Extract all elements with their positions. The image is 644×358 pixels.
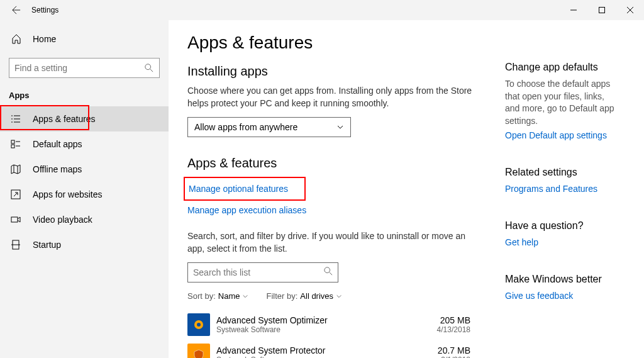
sidebar-item-label: Apps for websites [33,189,103,199]
svg-line-21 [330,272,332,275]
sidebar-item-label: Default apps [33,139,82,149]
home-button[interactable]: Home [0,26,169,52]
sort-dropdown[interactable]: Sort by: Name [187,291,248,301]
feedback-link[interactable]: Give us feedback [505,291,573,301]
maximize-icon [599,7,605,13]
sidebar-item-video-playback[interactable]: Video playback [0,207,169,232]
sidebar-item-label: Video playback [33,215,92,225]
open-icon [10,189,21,199]
sidebar-item-label: Apps & features [33,114,96,124]
installing-heading: Installing apps [187,64,483,79]
app-list-search[interactable] [187,262,338,282]
manage-optional-link[interactable]: Manage optional features [189,184,288,194]
app-publisher: Systweak Software [216,355,438,358]
installing-text: Choose where you can get apps from. Inst… [187,85,483,109]
search-icon [324,267,333,278]
arrow-left-icon [12,6,21,14]
startup-icon [10,240,21,250]
window-title: Settings [31,6,58,14]
app-date: 3/1/2018 [438,355,470,358]
search-field[interactable] [14,63,144,73]
feedback-heading: Make Windows better [505,274,619,285]
app-list-item[interactable]: Advanced System Optimizer Systweak Softw… [187,310,483,340]
svg-point-23 [197,323,201,327]
defaults-heading: Change app defaults [505,62,619,73]
filter-dropdown[interactable]: Filter by: All drives [266,291,342,301]
sidebar-item-label: Startup [33,240,61,250]
section-label: Apps [0,87,169,106]
app-size: 205 MB [437,315,470,325]
sidebar-item-apps-features[interactable]: Apps & features [0,106,169,131]
home-icon [11,34,21,44]
open-default-apps-link[interactable]: Open Default app settings [505,130,607,140]
svg-rect-12 [11,140,14,143]
get-help-link[interactable]: Get help [505,237,538,247]
related-heading: Related settings [505,167,619,178]
page-title: Apps & features [187,33,483,53]
app-publisher: Systweak Software [216,325,437,334]
app-size: 20.7 MB [438,345,470,355]
list-icon [10,114,21,124]
sidebar-item-apps-websites[interactable]: Apps for websites [0,182,169,207]
close-icon [627,7,633,13]
svg-line-5 [150,69,153,72]
help-heading: Have a question? [505,220,619,232]
app-name: Advanced System Protector [216,345,438,355]
features-heading: Apps & features [187,156,483,171]
sidebar-item-startup[interactable]: Startup [0,232,169,257]
back-button[interactable] [6,0,26,20]
video-icon [10,215,21,225]
app-list-item[interactable]: Advanced System Protector Systweak Softw… [187,340,483,358]
titlebar: Settings [0,0,644,20]
app-source-dropdown[interactable]: Allow apps from anywhere [187,117,351,137]
search-input[interactable] [9,58,160,78]
defaults-text: To choose the default apps that open you… [505,78,619,127]
chevron-down-icon [242,293,248,299]
sidebar: Home Apps Apps & features Default apps O… [0,20,169,358]
defaults-icon [10,139,21,149]
minimize-button[interactable] [559,0,587,20]
side-panel: Change app defaults To choose the defaul… [483,33,619,358]
svg-rect-1 [599,8,604,13]
manage-aliases-link[interactable]: Manage app execution aliases [187,205,306,215]
map-icon [10,164,21,174]
highlight-marker: Manage optional features [184,177,306,201]
close-button[interactable] [616,0,644,20]
search-hint: Search, sort, and filter by drive. If yo… [187,230,483,255]
svg-rect-13 [11,145,14,148]
sidebar-item-label: Offline maps [33,164,82,174]
svg-point-20 [325,267,330,273]
search-icon [144,64,154,72]
svg-point-4 [145,64,151,70]
app-name: Advanced System Optimizer [216,315,437,325]
app-icon [187,344,210,358]
minimize-icon [570,7,577,13]
content: Apps & features Installing apps Choose w… [169,20,644,358]
chevron-down-icon [336,123,344,131]
app-icon [187,313,210,336]
app-list-search-field[interactable] [193,267,324,277]
home-label: Home [33,34,56,44]
programs-features-link[interactable]: Programs and Features [505,184,597,194]
svg-rect-17 [11,217,18,222]
sort-filter-row: Sort by: Name Filter by: All drives [187,291,483,301]
sidebar-item-offline-maps[interactable]: Offline maps [0,157,169,182]
app-date: 4/13/2018 [437,325,470,334]
maximize-button[interactable] [587,0,616,20]
sidebar-item-default-apps[interactable]: Default apps [0,131,169,157]
chevron-down-icon [336,293,342,299]
dropdown-value: Allow apps from anywhere [194,122,297,132]
